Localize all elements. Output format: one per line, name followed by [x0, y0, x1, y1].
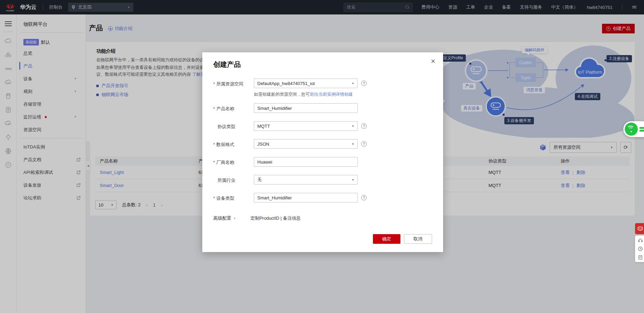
required-star: * [213, 160, 215, 165]
help-circle-icon[interactable] [638, 246, 643, 251]
data-format-select[interactable]: JSON▼ [254, 139, 358, 149]
help-icon[interactable]: ? [361, 195, 367, 200]
resource-space-select[interactable]: DefaultApp_hw84740751_iot▼ [254, 79, 358, 88]
required-star: * [213, 196, 215, 201]
advanced-config-items: 定制ProductID | 备注信息 [250, 215, 301, 221]
chevron-down-icon: ▼ [352, 143, 354, 146]
help-icon[interactable]: ? [361, 141, 367, 147]
required-star: * [213, 106, 215, 111]
clipped-text-fragment [640, 126, 644, 133]
create-product-modal: 创建产品 ✕ *所属资源空间 DefaultApp_hw84740751_iot… [202, 52, 443, 252]
wifi-icon [625, 123, 638, 136]
manufacturer-input-wrap [254, 157, 358, 167]
survey-icon[interactable] [638, 255, 643, 260]
manufacturer-input[interactable] [257, 159, 354, 165]
required-star: * [213, 142, 215, 147]
device-type-input[interactable] [257, 195, 354, 200]
confirm-button[interactable]: 确定 [373, 234, 400, 244]
device-type-input-wrap [254, 193, 358, 202]
chevron-down-icon: ▼ [352, 82, 354, 85]
chevron-down-icon: ▼ [233, 217, 236, 220]
advanced-config-toggle[interactable]: 高级配置 ▼ [213, 215, 236, 221]
modal-title: 创建产品 [213, 60, 241, 69]
protocol-type-select[interactable]: MQTT▼ [254, 121, 358, 131]
industry-select[interactable]: 无▼ [254, 175, 358, 185]
field-protocol-type: 协议类型 MQTT▼ ? [213, 121, 433, 131]
chevron-down-icon: ▼ [352, 178, 354, 181]
cancel-button[interactable]: 取消 [404, 234, 432, 244]
smart-assistant-button[interactable] [635, 223, 644, 234]
field-resource-space: *所属资源空间 DefaultApp_hw84740751_iot▼ ? [213, 79, 433, 88]
field-industry: 所属行业 无▼ [213, 175, 433, 185]
headset-icon[interactable] [638, 238, 643, 243]
field-device-type: *设备类型 ? [213, 193, 433, 202]
iot-assistant-widget[interactable] [623, 121, 644, 137]
product-name-input-wrap [254, 103, 358, 113]
go-to-instance-link[interactable]: 前往当前实例详情创建 [310, 92, 353, 97]
close-icon[interactable]: ✕ [431, 58, 436, 65]
help-icon[interactable]: ? [361, 123, 367, 129]
floating-toolbar [635, 223, 644, 262]
chevron-down-icon: ▼ [352, 125, 354, 128]
field-product-name: *产品名称 [213, 103, 433, 113]
required-star: * [213, 81, 215, 86]
resource-space-helper: 如需创建新的资源空间，您可前往当前实例详情创建 [254, 92, 353, 97]
help-icon[interactable]: ? [361, 81, 367, 86]
field-manufacturer: *厂商名称 [213, 157, 433, 167]
product-name-input[interactable] [257, 106, 354, 111]
field-data-format: *数据格式 JSON▼ ? [213, 139, 433, 149]
